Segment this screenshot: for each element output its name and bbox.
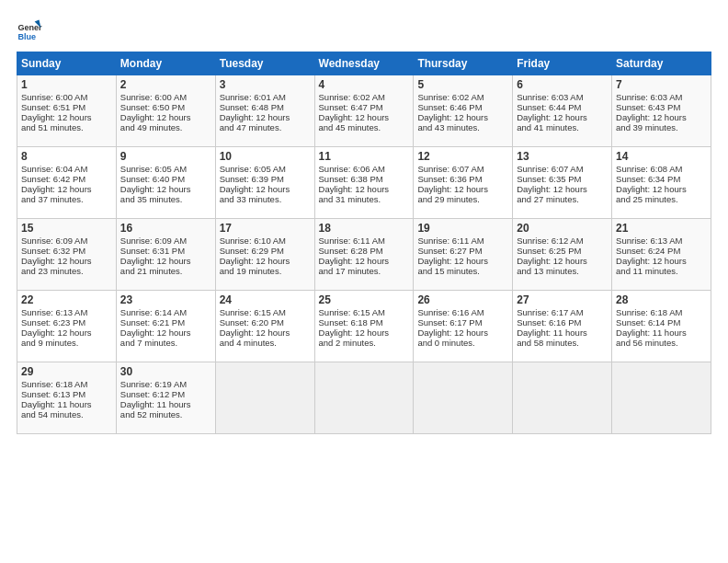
day-info: Daylight: 12 hours [319, 184, 410, 194]
day-number: 1 [21, 78, 112, 91]
col-header-sunday: Sunday [17, 52, 117, 75]
header: General Blue [17, 17, 711, 42]
day-info: Daylight: 12 hours [517, 256, 608, 266]
day-info: Daylight: 12 hours [120, 327, 211, 338]
day-info: Sunset: 6:51 PM [21, 102, 112, 112]
day-info: and 4 minutes. [220, 338, 311, 348]
day-info: and 56 minutes. [616, 338, 707, 348]
day-info: and 19 minutes. [220, 266, 311, 276]
calendar-cell: 22Sunrise: 6:13 AMSunset: 6:23 PMDayligh… [17, 291, 117, 362]
day-info: and 43 minutes. [417, 122, 508, 132]
logo: General Blue [17, 17, 42, 42]
day-info: and 47 minutes. [220, 122, 311, 132]
day-info: Daylight: 12 hours [517, 184, 608, 194]
day-info: and 9 minutes. [21, 338, 112, 348]
day-info: and 37 minutes. [21, 194, 112, 204]
day-info: Sunset: 6:20 PM [220, 317, 311, 327]
day-info: Sunrise: 6:12 AM [517, 236, 608, 246]
day-info: Sunrise: 6:09 AM [120, 236, 211, 246]
day-info: Sunrise: 6:18 AM [616, 307, 707, 317]
day-number: 22 [21, 293, 112, 306]
day-info: Daylight: 11 hours [517, 327, 608, 338]
day-info: Sunset: 6:47 PM [319, 102, 410, 112]
svg-text:Blue: Blue [17, 32, 36, 41]
day-info: Sunrise: 6:19 AM [120, 379, 211, 389]
day-number: 2 [120, 78, 211, 91]
day-info: Sunrise: 6:05 AM [120, 164, 211, 174]
day-info: Daylight: 12 hours [120, 112, 211, 122]
day-info: and 7 minutes. [120, 338, 211, 348]
col-header-wednesday: Wednesday [314, 52, 414, 75]
calendar-cell: 4Sunrise: 6:02 AMSunset: 6:47 PMDaylight… [314, 75, 414, 147]
day-info: Sunset: 6:25 PM [517, 246, 608, 256]
day-info: Sunset: 6:28 PM [319, 246, 410, 256]
day-info: Sunrise: 6:15 AM [319, 307, 410, 317]
calendar-cell: 30Sunrise: 6:19 AMSunset: 6:12 PMDayligh… [116, 362, 215, 434]
day-info: Sunrise: 6:04 AM [21, 164, 112, 174]
day-info: Sunset: 6:43 PM [616, 102, 707, 112]
calendar-cell [612, 362, 711, 434]
day-info: Sunrise: 6:03 AM [517, 92, 608, 102]
calendar-cell: 18Sunrise: 6:11 AMSunset: 6:28 PMDayligh… [314, 219, 414, 291]
day-number: 14 [616, 150, 707, 163]
calendar-cell: 19Sunrise: 6:11 AMSunset: 6:27 PMDayligh… [414, 219, 513, 291]
calendar-week-2: 8Sunrise: 6:04 AMSunset: 6:42 PMDaylight… [17, 147, 711, 219]
day-number: 21 [616, 222, 707, 235]
day-number: 20 [517, 222, 608, 235]
calendar-cell: 24Sunrise: 6:15 AMSunset: 6:20 PMDayligh… [215, 291, 314, 362]
day-info: Sunset: 6:35 PM [517, 174, 608, 184]
day-info: Sunrise: 6:08 AM [616, 164, 707, 174]
day-info: Sunset: 6:42 PM [21, 174, 112, 184]
day-info: and 33 minutes. [220, 194, 311, 204]
day-number: 4 [319, 78, 410, 91]
day-info: and 35 minutes. [120, 194, 211, 204]
day-info: Sunrise: 6:07 AM [517, 164, 608, 174]
day-info: Sunrise: 6:10 AM [220, 236, 311, 246]
day-info: Sunrise: 6:00 AM [120, 92, 211, 102]
col-header-monday: Monday [116, 52, 215, 75]
calendar-cell: 26Sunrise: 6:16 AMSunset: 6:17 PMDayligh… [414, 291, 513, 362]
day-info: Daylight: 11 hours [21, 399, 112, 409]
day-info: Sunset: 6:32 PM [21, 246, 112, 256]
day-info: Daylight: 12 hours [120, 256, 211, 266]
calendar-week-4: 22Sunrise: 6:13 AMSunset: 6:23 PMDayligh… [17, 291, 711, 362]
calendar-cell: 9Sunrise: 6:05 AMSunset: 6:40 PMDaylight… [116, 147, 215, 219]
day-number: 24 [220, 293, 311, 306]
day-info: Daylight: 12 hours [120, 184, 211, 194]
calendar-cell: 1Sunrise: 6:00 AMSunset: 6:51 PMDaylight… [17, 75, 117, 147]
day-info: Daylight: 12 hours [417, 256, 508, 266]
calendar-week-1: 1Sunrise: 6:00 AMSunset: 6:51 PMDaylight… [17, 75, 711, 147]
day-number: 12 [417, 150, 508, 163]
calendar-cell [414, 362, 513, 434]
calendar-cell: 11Sunrise: 6:06 AMSunset: 6:38 PMDayligh… [314, 147, 414, 219]
day-info: and 54 minutes. [21, 409, 112, 419]
day-info: Sunrise: 6:15 AM [220, 307, 311, 317]
day-number: 15 [21, 222, 112, 235]
day-info: and 52 minutes. [120, 409, 211, 419]
day-info: and 11 minutes. [616, 266, 707, 276]
day-info: Daylight: 12 hours [417, 327, 508, 338]
day-info: Daylight: 12 hours [319, 327, 410, 338]
calendar-week-5: 29Sunrise: 6:18 AMSunset: 6:13 PMDayligh… [17, 362, 711, 434]
calendar-cell: 5Sunrise: 6:02 AMSunset: 6:46 PMDaylight… [414, 75, 513, 147]
day-info: Sunset: 6:16 PM [517, 317, 608, 327]
calendar-cell: 2Sunrise: 6:00 AMSunset: 6:50 PMDaylight… [116, 75, 215, 147]
day-info: and 15 minutes. [417, 266, 508, 276]
calendar-cell: 25Sunrise: 6:15 AMSunset: 6:18 PMDayligh… [314, 291, 414, 362]
day-info: and 0 minutes. [417, 338, 508, 348]
day-info: Sunrise: 6:14 AM [120, 307, 211, 317]
day-info: Daylight: 12 hours [616, 184, 707, 194]
day-info: Sunrise: 6:13 AM [616, 236, 707, 246]
day-info: Daylight: 12 hours [417, 112, 508, 122]
day-info: Daylight: 12 hours [220, 184, 311, 194]
calendar-week-3: 15Sunrise: 6:09 AMSunset: 6:32 PMDayligh… [17, 219, 711, 291]
calendar-cell [513, 362, 612, 434]
day-info: and 21 minutes. [120, 266, 211, 276]
day-info: Daylight: 12 hours [220, 256, 311, 266]
day-number: 7 [616, 78, 707, 91]
calendar-cell: 13Sunrise: 6:07 AMSunset: 6:35 PMDayligh… [513, 147, 612, 219]
calendar-cell: 15Sunrise: 6:09 AMSunset: 6:32 PMDayligh… [17, 219, 117, 291]
day-info: and 27 minutes. [517, 194, 608, 204]
day-number: 29 [21, 365, 112, 378]
calendar-cell: 12Sunrise: 6:07 AMSunset: 6:36 PMDayligh… [414, 147, 513, 219]
